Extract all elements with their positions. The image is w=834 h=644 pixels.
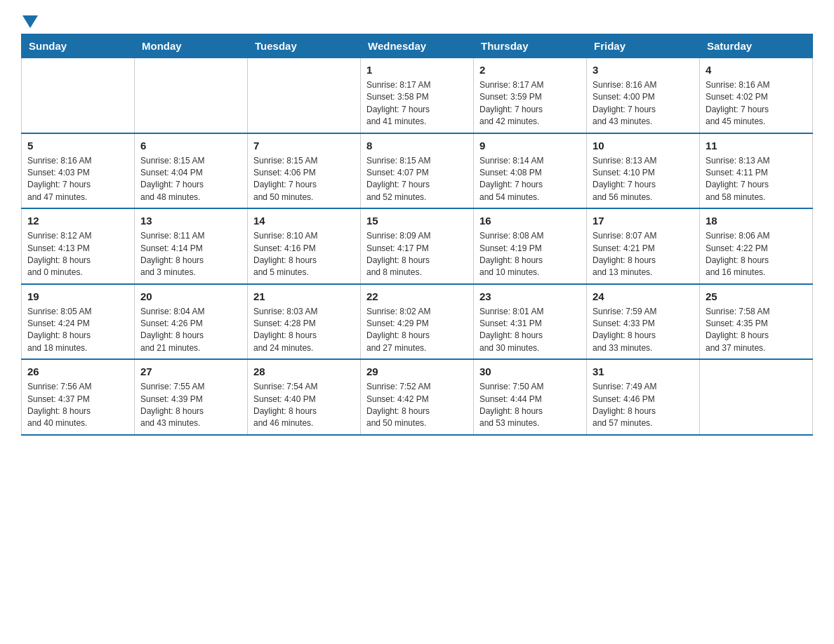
calendar-cell: 21Sunrise: 8:03 AM Sunset: 4:28 PM Dayli… — [248, 284, 361, 360]
day-info: Sunrise: 8:03 AM Sunset: 4:28 PM Dayligh… — [253, 306, 355, 355]
calendar-cell: 24Sunrise: 7:59 AM Sunset: 4:33 PM Dayli… — [587, 284, 700, 360]
weekday-header: Wednesday — [361, 34, 474, 58]
day-info: Sunrise: 8:10 AM Sunset: 4:16 PM Dayligh… — [253, 230, 355, 279]
day-number: 19 — [27, 289, 128, 304]
day-number: 2 — [479, 62, 581, 77]
day-number: 16 — [479, 213, 581, 228]
day-info: Sunrise: 8:07 AM Sunset: 4:21 PM Dayligh… — [593, 230, 694, 279]
day-number: 20 — [140, 289, 241, 304]
calendar-cell: 6Sunrise: 8:15 AM Sunset: 4:04 PM Daylig… — [135, 133, 248, 209]
calendar-cell: 23Sunrise: 8:01 AM Sunset: 4:31 PM Dayli… — [474, 284, 587, 360]
calendar-cell — [700, 359, 813, 435]
day-info: Sunrise: 8:02 AM Sunset: 4:29 PM Dayligh… — [366, 306, 468, 355]
day-number: 21 — [253, 289, 355, 304]
calendar-cell: 15Sunrise: 8:09 AM Sunset: 4:17 PM Dayli… — [361, 208, 474, 284]
day-number: 1 — [366, 62, 468, 77]
day-info: Sunrise: 7:49 AM Sunset: 4:46 PM Dayligh… — [593, 381, 694, 430]
day-number: 29 — [366, 364, 468, 379]
calendar-cell: 30Sunrise: 7:50 AM Sunset: 4:44 PM Dayli… — [474, 359, 587, 435]
calendar-cell: 16Sunrise: 8:08 AM Sunset: 4:19 PM Dayli… — [474, 208, 587, 284]
calendar-cell: 1Sunrise: 8:17 AM Sunset: 3:58 PM Daylig… — [361, 58, 474, 133]
day-number: 26 — [27, 364, 128, 379]
day-number: 7 — [253, 138, 355, 153]
day-info: Sunrise: 8:06 AM Sunset: 4:22 PM Dayligh… — [706, 230, 807, 279]
calendar-cell: 8Sunrise: 8:15 AM Sunset: 4:07 PM Daylig… — [361, 133, 474, 209]
calendar-cell: 20Sunrise: 8:04 AM Sunset: 4:26 PM Dayli… — [135, 284, 248, 360]
day-number: 18 — [706, 213, 807, 228]
day-info: Sunrise: 8:05 AM Sunset: 4:24 PM Dayligh… — [27, 306, 128, 355]
calendar-cell: 18Sunrise: 8:06 AM Sunset: 4:22 PM Dayli… — [700, 208, 813, 284]
calendar-cell: 5Sunrise: 8:16 AM Sunset: 4:03 PM Daylig… — [22, 133, 135, 209]
calendar-cell: 11Sunrise: 8:13 AM Sunset: 4:11 PM Dayli… — [700, 133, 813, 209]
calendar-cell: 3Sunrise: 8:16 AM Sunset: 4:00 PM Daylig… — [587, 58, 700, 133]
day-info: Sunrise: 8:13 AM Sunset: 4:10 PM Dayligh… — [593, 155, 694, 204]
day-number: 3 — [593, 62, 694, 77]
calendar-cell: 4Sunrise: 8:16 AM Sunset: 4:02 PM Daylig… — [700, 58, 813, 133]
day-number: 30 — [479, 364, 581, 379]
calendar-cell: 31Sunrise: 7:49 AM Sunset: 4:46 PM Dayli… — [587, 359, 700, 435]
day-info: Sunrise: 8:16 AM Sunset: 4:00 PM Dayligh… — [593, 79, 694, 128]
day-info: Sunrise: 8:16 AM Sunset: 4:02 PM Dayligh… — [706, 79, 807, 128]
day-info: Sunrise: 8:11 AM Sunset: 4:14 PM Dayligh… — [140, 230, 241, 279]
calendar-cell: 28Sunrise: 7:54 AM Sunset: 4:40 PM Dayli… — [248, 359, 361, 435]
day-number: 17 — [593, 213, 694, 228]
day-number: 15 — [366, 213, 468, 228]
day-info: Sunrise: 8:01 AM Sunset: 4:31 PM Dayligh… — [479, 306, 581, 355]
day-number: 23 — [479, 289, 581, 304]
calendar-cell: 22Sunrise: 8:02 AM Sunset: 4:29 PM Dayli… — [361, 284, 474, 360]
day-info: Sunrise: 8:17 AM Sunset: 3:59 PM Dayligh… — [479, 79, 581, 128]
day-info: Sunrise: 8:13 AM Sunset: 4:11 PM Dayligh… — [706, 155, 807, 204]
day-number: 12 — [27, 213, 128, 228]
weekday-header: Tuesday — [248, 34, 361, 58]
logo — [21, 14, 38, 27]
day-number: 28 — [253, 364, 355, 379]
calendar-header: SundayMondayTuesdayWednesdayThursdayFrid… — [22, 34, 813, 58]
day-number: 24 — [593, 289, 694, 304]
calendar-cell: 2Sunrise: 8:17 AM Sunset: 3:59 PM Daylig… — [474, 58, 587, 133]
day-info: Sunrise: 8:17 AM Sunset: 3:58 PM Dayligh… — [366, 79, 468, 128]
calendar-cell: 14Sunrise: 8:10 AM Sunset: 4:16 PM Dayli… — [248, 208, 361, 284]
day-info: Sunrise: 7:58 AM Sunset: 4:35 PM Dayligh… — [706, 306, 807, 355]
day-info: Sunrise: 8:04 AM Sunset: 4:26 PM Dayligh… — [140, 306, 241, 355]
calendar-week-row: 19Sunrise: 8:05 AM Sunset: 4:24 PM Dayli… — [22, 284, 813, 360]
day-number: 9 — [479, 138, 581, 153]
calendar-cell: 12Sunrise: 8:12 AM Sunset: 4:13 PM Dayli… — [22, 208, 135, 284]
day-info: Sunrise: 7:54 AM Sunset: 4:40 PM Dayligh… — [253, 381, 355, 430]
day-number: 27 — [140, 364, 241, 379]
calendar-table: SundayMondayTuesdayWednesdayThursdayFrid… — [21, 34, 813, 436]
day-number: 8 — [366, 138, 468, 153]
calendar-cell: 25Sunrise: 7:58 AM Sunset: 4:35 PM Dayli… — [700, 284, 813, 360]
calendar-cell: 10Sunrise: 8:13 AM Sunset: 4:10 PM Dayli… — [587, 133, 700, 209]
calendar-cell — [248, 58, 361, 133]
calendar-cell: 26Sunrise: 7:56 AM Sunset: 4:37 PM Dayli… — [22, 359, 135, 435]
weekday-header: Thursday — [474, 34, 587, 58]
day-info: Sunrise: 8:16 AM Sunset: 4:03 PM Dayligh… — [27, 155, 128, 204]
day-number: 5 — [27, 138, 128, 153]
day-number: 25 — [706, 289, 807, 304]
day-number: 4 — [706, 62, 807, 77]
calendar-cell — [22, 58, 135, 133]
weekday-header: Sunday — [22, 34, 135, 58]
day-number: 31 — [593, 364, 694, 379]
day-number: 10 — [593, 138, 694, 153]
day-number: 11 — [706, 138, 807, 153]
day-info: Sunrise: 7:56 AM Sunset: 4:37 PM Dayligh… — [27, 381, 128, 430]
day-info: Sunrise: 8:15 AM Sunset: 4:07 PM Dayligh… — [366, 155, 468, 204]
calendar-cell: 9Sunrise: 8:14 AM Sunset: 4:08 PM Daylig… — [474, 133, 587, 209]
calendar-cell — [135, 58, 248, 133]
day-info: Sunrise: 8:15 AM Sunset: 4:06 PM Dayligh… — [253, 155, 355, 204]
day-info: Sunrise: 8:14 AM Sunset: 4:08 PM Dayligh… — [479, 155, 581, 204]
svg-marker-0 — [22, 15, 38, 28]
day-info: Sunrise: 8:12 AM Sunset: 4:13 PM Dayligh… — [27, 230, 128, 279]
weekday-header: Friday — [587, 34, 700, 58]
day-info: Sunrise: 8:15 AM Sunset: 4:04 PM Dayligh… — [140, 155, 241, 204]
calendar-cell: 29Sunrise: 7:52 AM Sunset: 4:42 PM Dayli… — [361, 359, 474, 435]
calendar-week-row: 26Sunrise: 7:56 AM Sunset: 4:37 PM Dayli… — [22, 359, 813, 435]
day-info: Sunrise: 8:09 AM Sunset: 4:17 PM Dayligh… — [366, 230, 468, 279]
calendar-cell: 13Sunrise: 8:11 AM Sunset: 4:14 PM Dayli… — [135, 208, 248, 284]
day-info: Sunrise: 7:59 AM Sunset: 4:33 PM Dayligh… — [593, 306, 694, 355]
day-info: Sunrise: 7:55 AM Sunset: 4:39 PM Dayligh… — [140, 381, 241, 430]
weekday-header: Monday — [135, 34, 248, 58]
day-info: Sunrise: 7:52 AM Sunset: 4:42 PM Dayligh… — [366, 381, 468, 430]
day-number: 6 — [140, 138, 241, 153]
